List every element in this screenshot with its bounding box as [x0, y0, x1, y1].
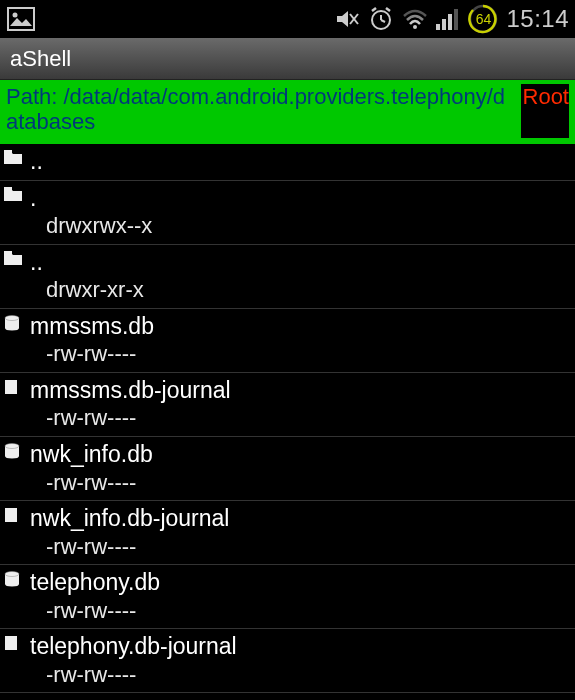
list-item[interactable]: nwk_info.db -rw-rw----	[0, 437, 575, 501]
file-icon	[4, 379, 26, 395]
file-name: nwk_info.db	[30, 441, 153, 469]
current-path: Path: /data/data/com.android.providers.t…	[6, 84, 521, 135]
battery-icon: 64	[468, 4, 498, 34]
file-perms: drwxrwx--x	[46, 212, 152, 240]
svg-line-6	[381, 20, 385, 22]
folder-icon	[4, 150, 26, 164]
file-name: mmssms.db	[30, 313, 154, 341]
picture-notification-icon	[6, 6, 36, 32]
clock: 15:14	[506, 5, 569, 33]
svg-rect-0	[8, 8, 34, 30]
file-perms: -rw-rw----	[46, 597, 160, 625]
svg-rect-26	[5, 636, 17, 650]
folder-icon	[4, 251, 26, 265]
alarm-icon	[368, 6, 394, 32]
database-icon	[4, 315, 26, 331]
list-item[interactable]: mmssms.db -rw-rw----	[0, 309, 575, 373]
root-badge: Root	[521, 84, 569, 138]
database-icon	[4, 443, 26, 459]
svg-rect-10	[436, 24, 440, 30]
file-listing: .. . drwxrwx--x .. drwxr-xr-x mmssms.db …	[0, 144, 575, 693]
file-name: telephony.db	[30, 569, 160, 597]
svg-rect-16	[4, 187, 12, 190]
wifi-icon	[402, 8, 428, 30]
signal-icon	[436, 8, 460, 30]
battery-percent: 64	[476, 11, 492, 27]
mute-icon	[334, 6, 360, 32]
file-name: ..	[30, 249, 144, 277]
svg-rect-12	[448, 14, 452, 30]
file-perms: -rw-rw----	[46, 469, 153, 497]
list-item[interactable]: telephony.db -rw-rw----	[0, 565, 575, 629]
svg-rect-23	[5, 508, 17, 522]
path-bar: Path: /data/data/com.android.providers.t…	[0, 80, 575, 144]
file-name: nwk_info.db-journal	[30, 505, 229, 533]
file-name: .	[30, 185, 152, 213]
svg-rect-13	[454, 9, 458, 30]
svg-rect-20	[5, 380, 17, 394]
list-item[interactable]: mmssms.db-journal -rw-rw----	[0, 373, 575, 437]
file-perms: drwxr-xr-x	[46, 276, 144, 304]
svg-rect-11	[442, 19, 446, 30]
statusbar: 64 15:14	[0, 0, 575, 38]
svg-line-7	[372, 8, 376, 11]
file-perms: -rw-rw----	[46, 661, 237, 689]
titlebar: aShell	[0, 38, 575, 80]
list-item[interactable]: nwk_info.db-journal -rw-rw----	[0, 501, 575, 565]
file-icon	[4, 635, 26, 651]
list-item[interactable]: ..	[0, 144, 575, 181]
list-item[interactable]: . drwxrwx--x	[0, 181, 575, 245]
file-perms: -rw-rw----	[46, 340, 154, 368]
svg-rect-15	[4, 150, 12, 153]
file-perms: -rw-rw----	[46, 404, 231, 432]
list-item[interactable]: telephony.db-journal -rw-rw----	[0, 629, 575, 693]
folder-icon	[4, 187, 26, 201]
list-item[interactable]: .. drwxr-xr-x	[0, 245, 575, 309]
file-perms: -rw-rw----	[46, 533, 229, 561]
app-title: aShell	[10, 46, 71, 72]
svg-point-1	[13, 13, 18, 18]
database-icon	[4, 571, 26, 587]
file-name: ..	[30, 148, 43, 176]
svg-point-9	[413, 25, 417, 29]
file-name: mmssms.db-journal	[30, 377, 231, 405]
file-icon	[4, 507, 26, 523]
file-name: telephony.db-journal	[30, 633, 237, 661]
svg-line-8	[386, 8, 390, 11]
svg-rect-17	[4, 251, 12, 254]
